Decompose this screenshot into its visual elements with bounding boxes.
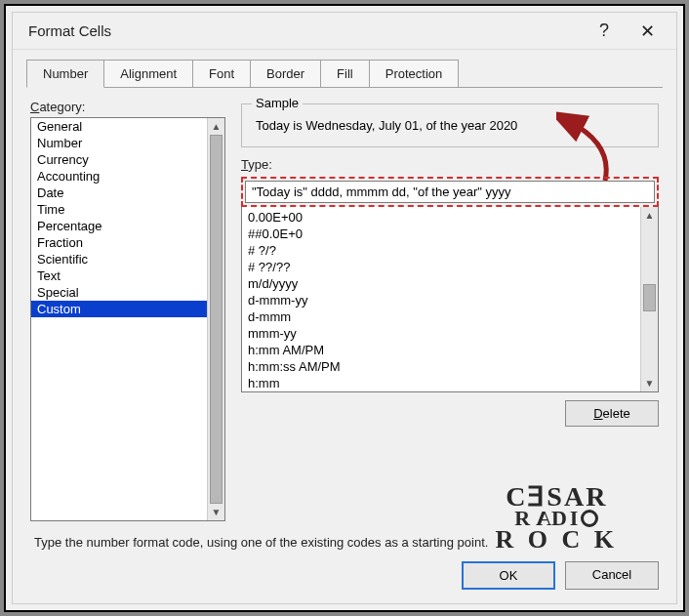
tab-strip: NumberAlignmentFontBorderFillProtection (26, 60, 663, 88)
tab-alignment[interactable]: Alignment (103, 60, 193, 87)
tab-font[interactable]: Font (192, 60, 251, 87)
category-item[interactable]: General (31, 118, 207, 135)
format-item[interactable]: # ?/? (242, 242, 640, 259)
category-item[interactable]: Date (31, 185, 207, 201)
scroll-down-icon[interactable]: ▼ (645, 375, 655, 391)
cancel-button[interactable]: Cancel (565, 561, 659, 590)
scroll-up-icon[interactable]: ▲ (645, 207, 655, 224)
format-item[interactable]: h:mm (242, 375, 640, 391)
format-item[interactable]: ##0.0E+0 (242, 226, 640, 242)
format-item[interactable]: h:mm AM/PM (242, 342, 640, 358)
format-item[interactable]: mmm-yy (242, 325, 640, 342)
category-item[interactable]: Text (31, 267, 207, 284)
format-item[interactable]: m/d/yyyy (242, 275, 640, 292)
format-item[interactable]: d-mmm (242, 308, 640, 325)
category-item[interactable]: Time (31, 201, 207, 218)
scroll-down-icon[interactable]: ▼ (212, 504, 222, 520)
tab-fill[interactable]: Fill (320, 60, 370, 87)
type-input-highlight (241, 177, 659, 207)
tab-border[interactable]: Border (250, 60, 321, 87)
category-item[interactable]: Number (31, 135, 207, 151)
category-listbox[interactable]: GeneralNumberCurrencyAccountingDateTimeP… (30, 117, 225, 521)
type-label: Type: (241, 157, 659, 172)
hint-text: Type the number format code, using one o… (13, 531, 676, 550)
category-item[interactable]: Percentage (31, 218, 207, 234)
dialog-title: Format Cells (28, 22, 583, 39)
tab-protection[interactable]: Protection (369, 60, 460, 87)
scroll-up-icon[interactable]: ▲ (212, 118, 222, 135)
ok-button[interactable]: OK (462, 561, 555, 590)
category-label: Category: (30, 100, 225, 114)
format-cells-dialog: Format Cells ? ✕ NumberAlignmentFontBord… (12, 12, 677, 604)
sample-text: Today is Wednesday, July 01, of the year… (254, 114, 646, 137)
format-item[interactable]: 0.00E+00 (242, 209, 640, 226)
category-item[interactable]: Accounting (31, 168, 207, 185)
sample-group: Sample Today is Wednesday, July 01, of t… (241, 103, 659, 147)
category-item[interactable]: Custom (31, 301, 207, 317)
help-button[interactable]: ? (583, 17, 626, 46)
format-item[interactable]: h:mm:ss AM/PM (242, 358, 640, 375)
category-item[interactable]: Special (31, 284, 207, 301)
scrollbar[interactable]: ▲ ▼ (640, 207, 658, 391)
category-item[interactable]: Currency (31, 151, 207, 168)
delete-button[interactable]: Delete (565, 400, 659, 427)
format-list[interactable]: 0.00E+00##0.0E+0# ?/?# ??/??m/d/yyyyd-mm… (241, 207, 659, 392)
sample-legend: Sample (252, 96, 303, 110)
scrollbar[interactable]: ▲ ▼ (207, 118, 224, 520)
format-item[interactable]: d-mmm-yy (242, 292, 640, 308)
close-button[interactable]: ✕ (626, 17, 669, 46)
category-item[interactable]: Fraction (31, 234, 207, 251)
format-item[interactable]: # ??/?? (242, 259, 640, 275)
type-input[interactable] (245, 181, 655, 203)
tab-number[interactable]: Number (26, 60, 104, 88)
titlebar: Format Cells ? ✕ (13, 13, 676, 50)
category-item[interactable]: Scientific (31, 251, 207, 267)
